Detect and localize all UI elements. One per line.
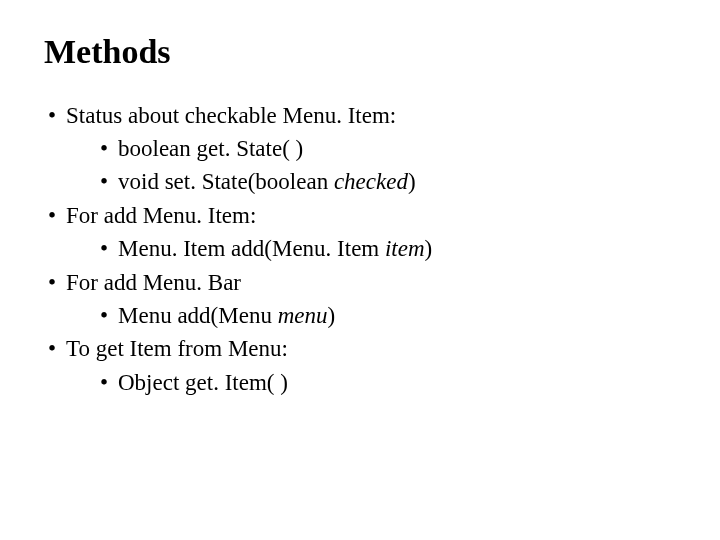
- sub-bullet-text-prefix: Menu add(Menu: [118, 303, 278, 328]
- sub-bullet-list: boolean get. State( ) void set. State(bo…: [66, 132, 676, 199]
- bullet-item: To get Item from Menu: Object get. Item(…: [48, 332, 676, 399]
- sub-bullet-text-suffix: ): [328, 303, 336, 328]
- sub-bullet-item: Object get. Item( ): [100, 366, 676, 399]
- sub-bullet-text-prefix: Menu. Item add(Menu. Item: [118, 236, 385, 261]
- slide: Methods Status about checkable Menu. Ite…: [0, 0, 720, 540]
- bullet-text: To get Item from Menu:: [66, 336, 288, 361]
- bullet-text: Status about checkable Menu. Item:: [66, 103, 396, 128]
- sub-bullet-text-suffix: ): [425, 236, 433, 261]
- sub-bullet-text: boolean get. State( ): [118, 136, 303, 161]
- sub-bullet-item: Menu. Item add(Menu. Item item): [100, 232, 676, 265]
- bullet-text: For add Menu. Item:: [66, 203, 256, 228]
- bullet-item: Status about checkable Menu. Item: boole…: [48, 99, 676, 199]
- sub-bullet-text-italic: checked: [334, 169, 408, 194]
- sub-bullet-text-italic: menu: [278, 303, 328, 328]
- sub-bullet-text: Object get. Item( ): [118, 370, 288, 395]
- sub-bullet-text-italic: item: [385, 236, 425, 261]
- sub-bullet-list: Menu. Item add(Menu. Item item): [66, 232, 676, 265]
- bullet-item: For add Menu. Item: Menu. Item add(Menu.…: [48, 199, 676, 266]
- bullet-text: For add Menu. Bar: [66, 270, 241, 295]
- slide-title: Methods: [44, 32, 676, 73]
- sub-bullet-item: boolean get. State( ): [100, 132, 676, 165]
- sub-bullet-item: void set. State(boolean checked): [100, 165, 676, 198]
- sub-bullet-list: Object get. Item( ): [66, 366, 676, 399]
- sub-bullet-list: Menu add(Menu menu): [66, 299, 676, 332]
- bullet-item: For add Menu. Bar Menu add(Menu menu): [48, 266, 676, 333]
- bullet-list: Status about checkable Menu. Item: boole…: [44, 99, 676, 399]
- sub-bullet-text-suffix: ): [408, 169, 416, 194]
- sub-bullet-item: Menu add(Menu menu): [100, 299, 676, 332]
- sub-bullet-text-prefix: void set. State(boolean: [118, 169, 334, 194]
